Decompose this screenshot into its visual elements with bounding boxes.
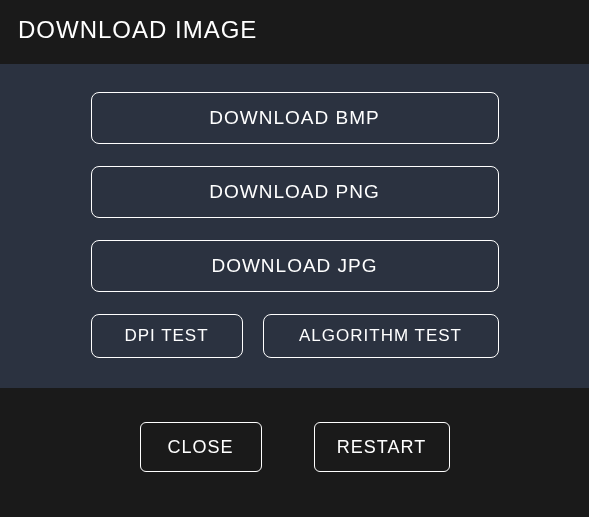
button-stack: DOWNLOAD BMP DOWNLOAD PNG DOWNLOAD JPG D… xyxy=(0,92,589,358)
test-row: DPI TEST ALGORITHM TEST xyxy=(91,314,499,358)
main-panel: DOWNLOAD BMP DOWNLOAD PNG DOWNLOAD JPG D… xyxy=(0,64,589,388)
dialog-footer: CLOSE RESTART xyxy=(0,388,589,472)
close-button[interactable]: CLOSE xyxy=(140,422,262,472)
dialog-header: DOWNLOAD IMAGE xyxy=(0,0,589,64)
download-png-button[interactable]: DOWNLOAD PNG xyxy=(91,166,499,218)
dialog-title: DOWNLOAD IMAGE xyxy=(18,16,571,44)
restart-button[interactable]: RESTART xyxy=(314,422,450,472)
download-jpg-button[interactable]: DOWNLOAD JPG xyxy=(91,240,499,292)
download-bmp-button[interactable]: DOWNLOAD BMP xyxy=(91,92,499,144)
dpi-test-button[interactable]: DPI TEST xyxy=(91,314,243,358)
algorithm-test-button[interactable]: ALGORITHM TEST xyxy=(263,314,499,358)
